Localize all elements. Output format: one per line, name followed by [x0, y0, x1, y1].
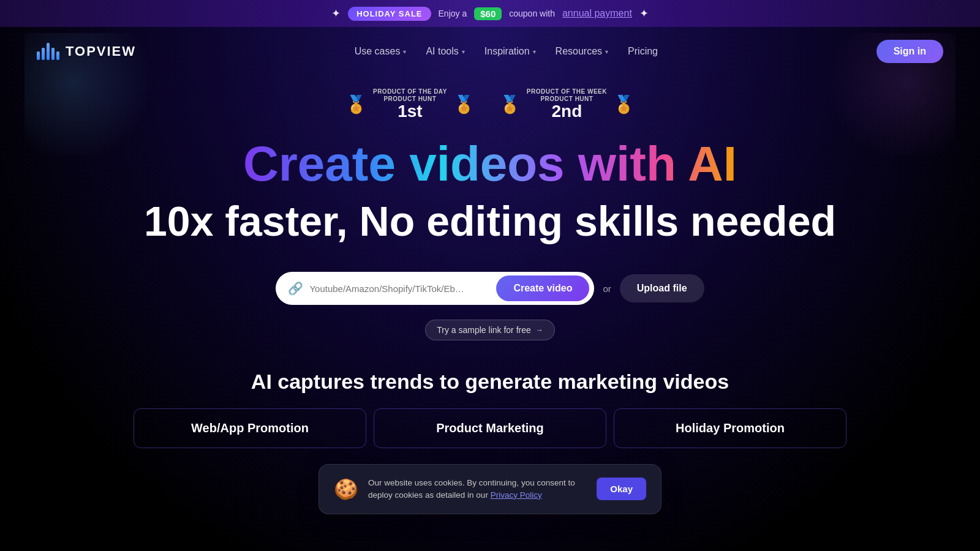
nav-links: Use cases ▾ AI tools ▾ Inspiration ▾ Res… — [355, 46, 658, 57]
nav-inspiration[interactable]: Inspiration ▾ — [484, 46, 536, 57]
laurel-left-icon-2: 🏅 — [499, 94, 521, 114]
link-icon: 🔗 — [288, 281, 303, 296]
logo-text: TOPVIEW — [66, 43, 136, 59]
badge-day-inner: Product of the day PRODUCT HUNT 1st — [373, 88, 447, 120]
badge-day-rank: 1st — [373, 103, 447, 120]
nav-inspiration-label: Inspiration — [484, 46, 530, 57]
promo-card-product: Product Marketing — [374, 408, 606, 448]
cookie-icon: 🍪 — [334, 478, 358, 501]
nav-resources[interactable]: Resources ▾ — [556, 46, 608, 57]
logo-icon — [37, 43, 59, 60]
promo-card-holiday-label: Holiday Promotion — [676, 421, 785, 435]
nav-pricing[interactable]: Pricing — [628, 46, 658, 57]
holiday-sale-badge: HOLIDAY SALE — [348, 7, 431, 21]
coupon-badge: $60 — [474, 7, 502, 20]
url-input[interactable] — [309, 283, 490, 294]
headline-white: 10x faster, No editing skills needed — [144, 197, 836, 245]
sparkle-left-icon: ✦ — [331, 7, 341, 20]
laurel-right-icon: 🏅 — [453, 94, 475, 114]
headline-gradient: Create videos with AI — [243, 137, 737, 191]
promo-cards: Web/App Promotion Product Marketing Holi… — [0, 408, 980, 448]
hero-section: 🏅 Product of the day PRODUCT HUNT 1st 🏅 … — [0, 76, 980, 448]
logo-bar-5 — [56, 51, 59, 60]
chevron-down-icon: ▾ — [605, 48, 608, 55]
badge-day-label1: Product of the day — [373, 88, 447, 96]
laurel-left-icon: 🏅 — [345, 94, 367, 114]
chevron-down-icon: ▾ — [462, 48, 465, 55]
sample-link-text: Try a sample link for free — [437, 325, 531, 335]
sparkle-right-icon: ✦ — [639, 7, 649, 20]
logo-bar-1 — [37, 51, 40, 60]
nav-use-cases[interactable]: Use cases ▾ — [355, 46, 407, 57]
badge-week-inner: Product of the week PRODUCT HUNT 2nd — [527, 88, 607, 120]
product-hunt-day-badge: 🏅 Product of the day PRODUCT HUNT 1st 🏅 — [345, 88, 475, 120]
input-row: 🔗 Create video or Upload file — [276, 272, 704, 305]
chevron-down-icon: ▾ — [403, 48, 406, 55]
banner-enjoy-text: Enjoy a — [439, 9, 467, 18]
annual-payment-link[interactable]: annual payment — [562, 8, 632, 19]
logo[interactable]: TOPVIEW — [37, 43, 136, 60]
laurel-right-icon-2: 🏅 — [613, 94, 635, 114]
badge-week-rank: 2nd — [527, 103, 607, 120]
promo-card-product-label: Product Marketing — [436, 421, 544, 435]
okay-button[interactable]: Okay — [597, 478, 646, 500]
main-background: TOPVIEW Use cases ▾ AI tools ▾ Inspirati… — [0, 27, 980, 551]
arrow-right-icon: → — [536, 326, 543, 334]
logo-bar-3 — [47, 43, 50, 60]
navbar: TOPVIEW Use cases ▾ AI tools ▾ Inspirati… — [0, 27, 980, 76]
badges-row: 🏅 Product of the day PRODUCT HUNT 1st 🏅 … — [345, 88, 635, 120]
privacy-policy-link[interactable]: Privacy Policy — [491, 490, 542, 500]
nav-use-cases-label: Use cases — [355, 46, 401, 57]
logo-bar-2 — [42, 48, 45, 60]
ai-section-title: AI captures trends to generate marketing… — [251, 370, 729, 394]
sign-in-button[interactable]: Sign in — [876, 40, 943, 63]
chevron-down-icon: ▾ — [533, 48, 536, 55]
product-hunt-week-badge: 🏅 Product of the week PRODUCT HUNT 2nd 🏅 — [499, 88, 635, 120]
create-video-button[interactable]: Create video — [496, 276, 589, 301]
sample-link[interactable]: Try a sample link for free → — [425, 320, 555, 340]
nav-pricing-label: Pricing — [628, 46, 658, 56]
nav-ai-tools[interactable]: AI tools ▾ — [426, 46, 464, 57]
upload-file-button[interactable]: Upload file — [620, 274, 704, 302]
cookie-banner: 🍪 Our website uses cookies. By continuin… — [318, 464, 662, 515]
cookie-text: Our website uses cookies. By continuing,… — [368, 477, 587, 502]
badge-week-label1: Product of the week — [527, 88, 607, 96]
promo-card-webapp-label: Web/App Promotion — [191, 421, 309, 435]
top-banner: ✦ HOLIDAY SALE Enjoy a $60 coupon with a… — [0, 0, 980, 27]
logo-bar-4 — [51, 48, 55, 60]
promo-card-holiday: Holiday Promotion — [614, 408, 846, 448]
promo-card-webapp: Web/App Promotion — [134, 408, 366, 448]
url-input-container: 🔗 Create video — [276, 272, 594, 305]
or-separator: or — [603, 283, 611, 294]
nav-ai-tools-label: AI tools — [426, 46, 458, 57]
nav-resources-label: Resources — [556, 46, 602, 57]
banner-coupon-text: coupon with — [509, 9, 555, 18]
